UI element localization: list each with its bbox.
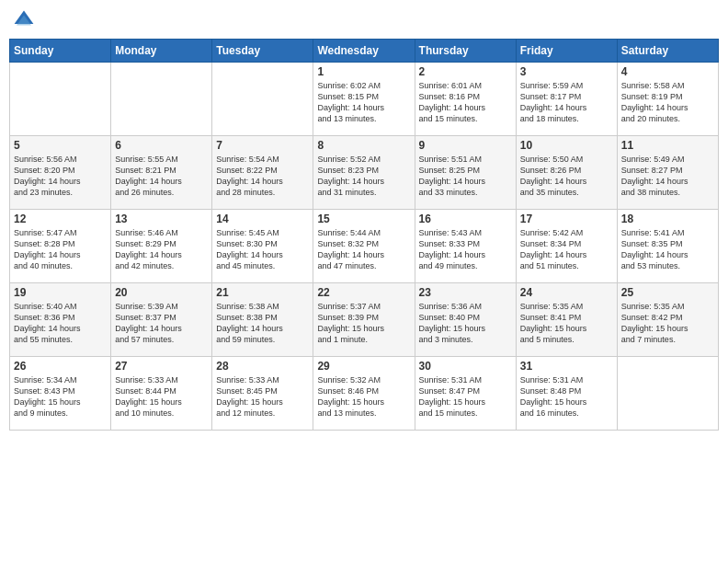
day-cell: 29Sunrise: 5:32 AM Sunset: 8:46 PM Dayli…: [313, 357, 415, 431]
day-number: 22: [317, 286, 410, 299]
day-number: 5: [14, 139, 107, 152]
day-cell: 21Sunrise: 5:38 AM Sunset: 8:38 PM Dayli…: [212, 283, 313, 357]
day-cell: 6Sunrise: 5:55 AM Sunset: 8:21 PM Daylig…: [111, 136, 212, 210]
day-info: Sunrise: 5:35 AM Sunset: 8:41 PM Dayligh…: [520, 301, 613, 346]
day-cell: 27Sunrise: 5:33 AM Sunset: 8:44 PM Dayli…: [111, 357, 212, 431]
calendar-body: 1Sunrise: 6:02 AM Sunset: 8:15 PM Daylig…: [10, 63, 719, 431]
week-row-4: 19Sunrise: 5:40 AM Sunset: 8:36 PM Dayli…: [10, 283, 719, 357]
day-cell: 20Sunrise: 5:39 AM Sunset: 8:37 PM Dayli…: [111, 283, 212, 357]
calendar-table: SundayMondayTuesdayWednesdayThursdayFrid…: [9, 39, 719, 431]
day-info: Sunrise: 5:34 AM Sunset: 8:43 PM Dayligh…: [14, 374, 107, 419]
day-number: 16: [419, 213, 512, 225]
day-cell: 7Sunrise: 5:54 AM Sunset: 8:22 PM Daylig…: [212, 136, 313, 210]
day-info: Sunrise: 5:55 AM Sunset: 8:21 PM Dayligh…: [115, 154, 208, 199]
week-row-2: 5Sunrise: 5:56 AM Sunset: 8:20 PM Daylig…: [10, 136, 719, 210]
day-cell: 14Sunrise: 5:45 AM Sunset: 8:30 PM Dayli…: [212, 210, 313, 283]
day-cell: 10Sunrise: 5:50 AM Sunset: 8:26 PM Dayli…: [516, 136, 617, 210]
day-cell: [111, 63, 212, 136]
day-cell: 8Sunrise: 5:52 AM Sunset: 8:23 PM Daylig…: [313, 136, 415, 210]
day-cell: 31Sunrise: 5:31 AM Sunset: 8:48 PM Dayli…: [516, 357, 617, 431]
day-cell: 18Sunrise: 5:41 AM Sunset: 8:35 PM Dayli…: [617, 210, 718, 283]
day-number: 30: [419, 360, 512, 373]
day-number: 9: [419, 139, 512, 152]
day-info: Sunrise: 5:47 AM Sunset: 8:28 PM Dayligh…: [14, 227, 107, 272]
day-cell: 12Sunrise: 5:47 AM Sunset: 8:28 PM Dayli…: [10, 210, 111, 283]
day-info: Sunrise: 5:54 AM Sunset: 8:22 PM Dayligh…: [216, 154, 309, 199]
day-info: Sunrise: 5:40 AM Sunset: 8:36 PM Dayligh…: [14, 301, 107, 346]
day-number: 25: [621, 286, 714, 299]
days-header-row: SundayMondayTuesdayWednesdayThursdayFrid…: [10, 40, 719, 63]
day-number: 24: [520, 286, 613, 299]
day-number: 10: [520, 139, 613, 152]
day-header-friday: Friday: [516, 40, 617, 63]
day-info: Sunrise: 5:35 AM Sunset: 8:42 PM Dayligh…: [621, 301, 714, 346]
day-cell: 26Sunrise: 5:34 AM Sunset: 8:43 PM Dayli…: [10, 357, 111, 431]
day-cell: 19Sunrise: 5:40 AM Sunset: 8:36 PM Dayli…: [10, 283, 111, 357]
day-cell: 22Sunrise: 5:37 AM Sunset: 8:39 PM Dayli…: [313, 283, 415, 357]
day-number: 12: [14, 213, 107, 225]
day-cell: 1Sunrise: 6:02 AM Sunset: 8:15 PM Daylig…: [313, 63, 415, 136]
day-cell: 3Sunrise: 5:59 AM Sunset: 8:17 PM Daylig…: [516, 63, 617, 136]
day-cell: 5Sunrise: 5:56 AM Sunset: 8:20 PM Daylig…: [10, 136, 111, 210]
day-header-saturday: Saturday: [617, 40, 718, 63]
day-header-sunday: Sunday: [10, 40, 111, 63]
day-cell: 15Sunrise: 5:44 AM Sunset: 8:32 PM Dayli…: [313, 210, 415, 283]
day-cell: 30Sunrise: 5:31 AM Sunset: 8:47 PM Dayli…: [415, 357, 516, 431]
day-info: Sunrise: 5:39 AM Sunset: 8:37 PM Dayligh…: [115, 301, 208, 346]
day-info: Sunrise: 5:52 AM Sunset: 8:23 PM Dayligh…: [317, 154, 410, 199]
logo-icon: [13, 9, 35, 31]
day-number: 23: [419, 286, 512, 299]
day-info: Sunrise: 5:46 AM Sunset: 8:29 PM Dayligh…: [115, 227, 208, 272]
day-header-wednesday: Wednesday: [313, 40, 415, 63]
day-number: 2: [419, 65, 512, 78]
day-info: Sunrise: 5:37 AM Sunset: 8:39 PM Dayligh…: [317, 301, 410, 346]
day-number: 20: [115, 286, 208, 299]
day-info: Sunrise: 5:44 AM Sunset: 8:32 PM Dayligh…: [317, 227, 410, 272]
day-number: 8: [317, 139, 410, 152]
day-number: 7: [216, 139, 309, 152]
day-header-tuesday: Tuesday: [212, 40, 313, 63]
day-number: 1: [317, 65, 410, 78]
day-number: 13: [115, 213, 208, 225]
day-info: Sunrise: 5:31 AM Sunset: 8:48 PM Dayligh…: [520, 374, 613, 419]
day-cell: 25Sunrise: 5:35 AM Sunset: 8:42 PM Dayli…: [617, 283, 718, 357]
day-info: Sunrise: 6:02 AM Sunset: 8:15 PM Dayligh…: [317, 80, 410, 125]
day-info: Sunrise: 5:33 AM Sunset: 8:44 PM Dayligh…: [115, 374, 208, 419]
day-header-thursday: Thursday: [415, 40, 516, 63]
day-number: 26: [14, 360, 107, 373]
day-cell: 16Sunrise: 5:43 AM Sunset: 8:33 PM Dayli…: [415, 210, 516, 283]
day-number: 29: [317, 360, 410, 373]
day-number: 14: [216, 213, 309, 225]
day-info: Sunrise: 5:33 AM Sunset: 8:45 PM Dayligh…: [216, 374, 309, 419]
day-number: 11: [621, 139, 714, 152]
day-number: 19: [14, 286, 107, 299]
day-header-monday: Monday: [111, 40, 212, 63]
day-info: Sunrise: 5:42 AM Sunset: 8:34 PM Dayligh…: [520, 227, 613, 272]
day-info: Sunrise: 5:58 AM Sunset: 8:19 PM Dayligh…: [621, 80, 714, 125]
day-cell: [212, 63, 313, 136]
week-row-1: 1Sunrise: 6:02 AM Sunset: 8:15 PM Daylig…: [10, 63, 719, 136]
day-number: 4: [621, 65, 714, 78]
day-cell: [10, 63, 111, 136]
day-cell: 4Sunrise: 5:58 AM Sunset: 8:19 PM Daylig…: [617, 63, 718, 136]
day-info: Sunrise: 5:36 AM Sunset: 8:40 PM Dayligh…: [419, 301, 512, 346]
day-cell: 24Sunrise: 5:35 AM Sunset: 8:41 PM Dayli…: [516, 283, 617, 357]
day-info: Sunrise: 5:31 AM Sunset: 8:47 PM Dayligh…: [419, 374, 512, 419]
day-info: Sunrise: 5:50 AM Sunset: 8:26 PM Dayligh…: [520, 154, 613, 199]
day-info: Sunrise: 5:56 AM Sunset: 8:20 PM Dayligh…: [14, 154, 107, 199]
day-cell: 23Sunrise: 5:36 AM Sunset: 8:40 PM Dayli…: [415, 283, 516, 357]
day-cell: [617, 357, 718, 431]
day-number: 21: [216, 286, 309, 299]
day-cell: 11Sunrise: 5:49 AM Sunset: 8:27 PM Dayli…: [617, 136, 718, 210]
day-number: 28: [216, 360, 309, 373]
day-info: Sunrise: 5:41 AM Sunset: 8:35 PM Dayligh…: [621, 227, 714, 272]
day-info: Sunrise: 6:01 AM Sunset: 8:16 PM Dayligh…: [419, 80, 512, 125]
day-cell: 13Sunrise: 5:46 AM Sunset: 8:29 PM Dayli…: [111, 210, 212, 283]
day-number: 27: [115, 360, 208, 373]
day-info: Sunrise: 5:32 AM Sunset: 8:46 PM Dayligh…: [317, 374, 410, 419]
calendar-header: SundayMondayTuesdayWednesdayThursdayFrid…: [10, 40, 719, 63]
day-info: Sunrise: 5:49 AM Sunset: 8:27 PM Dayligh…: [621, 154, 714, 199]
day-number: 3: [520, 65, 613, 78]
day-cell: 9Sunrise: 5:51 AM Sunset: 8:25 PM Daylig…: [415, 136, 516, 210]
day-number: 15: [317, 213, 410, 225]
